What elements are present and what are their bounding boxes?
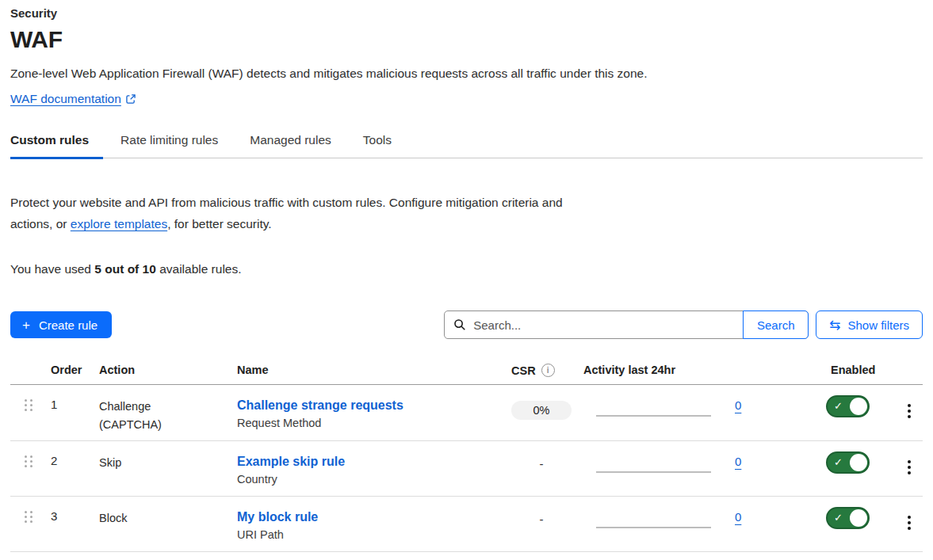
usage-count: 5 out of 10 — [94, 262, 156, 276]
breadcrumb: Security — [10, 6, 923, 20]
rule-name-cell: Challenge strange requests Request Metho… — [237, 385, 499, 429]
usage-suffix: available rules. — [156, 262, 242, 276]
col-header-enabled: Enabled — [816, 364, 895, 383]
kebab-menu-icon[interactable] — [900, 456, 919, 478]
rule-order: 2 — [51, 441, 99, 467]
check-icon: ✓ — [834, 401, 843, 411]
csr-cell: 0% — [499, 385, 583, 420]
rule-name-link[interactable]: Example skip rule — [237, 454, 345, 469]
kebab-menu-icon[interactable] — [900, 512, 919, 534]
show-filters-button[interactable]: ⇆ Show filters — [816, 310, 923, 339]
csr-value: - — [540, 457, 544, 470]
enabled-cell: ✓ — [816, 385, 895, 417]
activity-cell: 0 — [583, 385, 816, 429]
rule-action-line1: Block — [99, 509, 237, 528]
toggle-knob — [850, 454, 867, 471]
drag-handle-icon[interactable] — [25, 399, 51, 411]
activity-count-link[interactable]: 0 — [735, 455, 741, 468]
activity-sparkline — [596, 415, 711, 417]
rule-action: Skip — [99, 441, 237, 472]
csr-value-badge: 0% — [511, 401, 572, 420]
rule-action-line1: Challenge — [99, 398, 237, 416]
rule-name-link[interactable]: My block rule — [237, 509, 318, 524]
rule-action-line2: (CAPTCHA) — [99, 416, 237, 434]
external-link-icon — [125, 93, 136, 108]
info-icon[interactable]: i — [541, 364, 555, 377]
page-description: Zone-level Web Application Firewall (WAF… — [10, 67, 923, 81]
rules-table: Order Action Name CSR i Activity last 24… — [10, 364, 923, 552]
swap-arrows-icon: ⇆ — [829, 318, 840, 332]
show-filters-label: Show filters — [847, 318, 909, 332]
activity-cell: 0 — [583, 441, 816, 485]
activity-cell: 0 — [583, 497, 816, 540]
col-header-activity: Activity last 24hr — [583, 364, 816, 383]
row-menu-cell — [895, 385, 923, 422]
waf-documentation-label: WAF documentation — [10, 92, 121, 105]
row-menu-cell — [895, 441, 923, 478]
search-icon — [453, 318, 466, 334]
enabled-toggle[interactable]: ✓ — [826, 451, 870, 474]
col-header-name: Name — [237, 364, 499, 383]
intro-text-after: , for better security. — [167, 217, 272, 230]
rule-action-line1: Skip — [99, 454, 237, 472]
rule-field: Request Method — [237, 417, 499, 429]
rule-action: Challenge (CAPTCHA) — [99, 385, 237, 434]
activity-sparkline — [596, 527, 711, 528]
enabled-toggle[interactable]: ✓ — [826, 395, 870, 417]
activity-sparkline — [596, 471, 711, 473]
tab-bar: Custom rules Rate limiting rules Managed… — [10, 133, 923, 158]
rule-name-cell: My block rule URI Path — [237, 497, 499, 541]
rule-field: URI Path — [237, 528, 499, 541]
explore-templates-link[interactable]: explore templates — [71, 217, 167, 230]
create-rule-label: Create rule — [39, 318, 98, 332]
check-icon: ✓ — [834, 457, 843, 467]
tab-tools[interactable]: Tools — [363, 133, 393, 158]
toggle-knob — [850, 509, 867, 527]
rule-field: Country — [237, 473, 499, 486]
enabled-cell: ✓ — [816, 497, 895, 529]
activity-count-link[interactable]: 0 — [735, 398, 741, 412]
col-header-order: Order — [51, 364, 99, 383]
enabled-cell: ✓ — [816, 441, 895, 474]
csr-cell: - — [499, 497, 583, 526]
plus-icon: + — [22, 318, 30, 332]
col-header-action: Action — [99, 364, 237, 383]
toggle-knob — [850, 398, 867, 415]
csr-cell: - — [499, 441, 583, 470]
search-button[interactable]: Search — [743, 310, 809, 339]
rule-order: 3 — [51, 497, 99, 523]
csr-header-label: CSR — [511, 364, 536, 377]
kebab-menu-icon[interactable] — [900, 400, 919, 422]
rule-action: Block — [99, 497, 237, 528]
tab-managed-rules[interactable]: Managed rules — [250, 133, 333, 158]
enabled-toggle[interactable]: ✓ — [826, 507, 870, 529]
usage-prefix: You have used — [10, 262, 94, 276]
usage-text: You have used 5 out of 10 available rule… — [10, 262, 923, 276]
doc-link-row: WAF documentation — [10, 92, 923, 108]
toolbar: + Create rule Search ⇆ Show filters — [10, 310, 923, 339]
col-header-csr: CSR i — [499, 364, 583, 384]
check-icon: ✓ — [834, 512, 843, 523]
table-header: Order Action Name CSR i Activity last 24… — [10, 364, 923, 385]
drag-handle-icon[interactable] — [25, 511, 51, 523]
csr-value: - — [540, 512, 544, 526]
tab-rate-limiting-rules[interactable]: Rate limiting rules — [120, 133, 220, 158]
rule-order: 1 — [51, 385, 99, 411]
waf-page: Security WAF Zone-level Web Application … — [0, 0, 933, 552]
intro-text: Protect your website and API from malici… — [10, 192, 601, 234]
row-menu-cell — [895, 497, 923, 534]
rule-name-cell: Example skip rule Country — [237, 441, 499, 486]
create-rule-button[interactable]: + Create rule — [10, 311, 112, 338]
search-group: Search — [444, 310, 809, 339]
table-row: 1 Challenge (CAPTCHA) Challenge strange … — [10, 385, 923, 440]
drag-handle-icon[interactable] — [25, 455, 51, 467]
activity-count-link[interactable]: 0 — [735, 510, 741, 524]
waf-documentation-link[interactable]: WAF documentation — [10, 92, 121, 105]
tab-custom-rules[interactable]: Custom rules — [10, 133, 90, 158]
table-row: 2 Skip Example skip rule Country - 0 ✓ — [10, 440, 923, 496]
page-title: WAF — [10, 26, 923, 53]
table-row: 3 Block My block rule URI Path - 0 ✓ — [10, 496, 923, 551]
rule-name-link[interactable]: Challenge strange requests — [237, 398, 403, 413]
